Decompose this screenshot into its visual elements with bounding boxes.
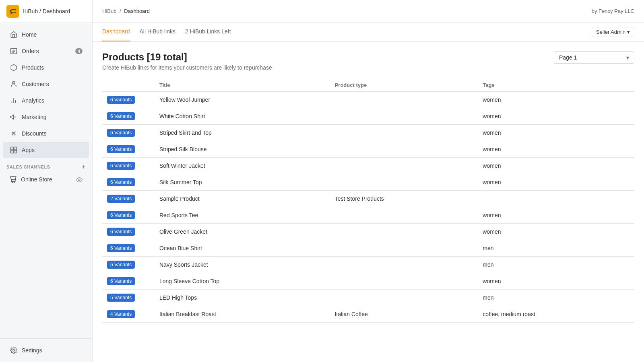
variant-badge[interactable]: 6 Variants <box>107 244 135 252</box>
breadcrumb-current: Dashboard <box>124 8 150 14</box>
product-tags-cell: women <box>478 125 634 141</box>
product-tags-cell: women <box>478 224 634 240</box>
table-row[interactable]: 6 VariantsOlive Green Jacketwomen <box>102 224 634 240</box>
product-title-cell: Red Sports Tee <box>155 207 330 224</box>
svg-point-9 <box>12 132 13 133</box>
sidebar-header: 🏷 HiBub / Dashboard <box>0 0 92 23</box>
home-icon <box>10 31 18 39</box>
sidebar-item-customers-label: Customers <box>22 81 49 87</box>
table-row[interactable]: 6 VariantsSilk Summer Topwomen <box>102 174 634 191</box>
table-row[interactable]: 6 VariantsYellow Wool Jumperwomen <box>102 92 634 108</box>
table-row[interactable]: 6 VariantsRed Sports Teewomen <box>102 207 634 224</box>
product-type-cell: Italian Coffee <box>330 306 478 323</box>
variant-badge-cell: 4 Variants <box>102 306 155 323</box>
table-row[interactable]: 6 VariantsStriped Silk Blousewomen <box>102 141 634 158</box>
product-type-cell <box>330 207 478 224</box>
svg-marker-8 <box>11 115 14 119</box>
product-tags-cell: men <box>478 257 634 273</box>
table-row[interactable]: 6 VariantsStriped Skirt and Topwomen <box>102 125 634 141</box>
product-title-cell: Italian Breakfast Roast <box>155 306 330 323</box>
product-title-cell: Yellow Wool Jumper <box>155 92 330 108</box>
marketing-icon <box>10 113 18 121</box>
variant-badge[interactable]: 6 Variants <box>107 277 135 285</box>
product-title-cell: Silk Summer Top <box>155 174 330 191</box>
product-type-cell <box>330 108 478 125</box>
variant-badge-cell: 6 Variants <box>102 92 155 108</box>
page-select-dropdown[interactable]: Page 1 ▾ <box>554 51 634 64</box>
discounts-icon <box>10 130 18 138</box>
online-store-icon <box>10 176 17 183</box>
product-title-cell: Long Sleeve Cotton Top <box>155 273 330 290</box>
variant-badge-cell: 6 Variants <box>102 240 155 257</box>
variant-badge[interactable]: 6 Variants <box>107 178 135 186</box>
svg-point-16 <box>12 182 13 183</box>
variant-badge[interactable]: 6 Variants <box>107 261 135 269</box>
content-header-left: Products [19 total] Create HiBub links f… <box>102 51 272 71</box>
sidebar-item-marketing[interactable]: Marketing <box>3 109 89 125</box>
table-row[interactable]: 6 VariantsOcean Blue Shirtmen <box>102 240 634 257</box>
table-row[interactable]: 6 VariantsLong Sleeve Cotton Topwomen <box>102 273 634 290</box>
variant-badge-cell: 6 Variants <box>102 108 155 125</box>
top-bar-breadcrumb: HiBub / Dashboard <box>102 8 150 14</box>
variant-badge[interactable]: 6 Variants <box>107 145 135 153</box>
breadcrumb-parent[interactable]: HiBub <box>102 8 116 14</box>
variant-badge[interactable]: 6 Variants <box>107 96 135 104</box>
table-header: Title Product type Tags <box>102 79 634 92</box>
sidebar-item-discounts-label: Discounts <box>22 130 46 137</box>
table-row[interactable]: 5 VariantsLED High Topsmen <box>102 290 634 306</box>
product-tags-cell: women <box>478 174 634 191</box>
variant-badge-cell: 6 Variants <box>102 224 155 240</box>
add-sales-channel-icon[interactable]: + <box>82 163 86 171</box>
product-tags-cell: men <box>478 290 634 306</box>
sidebar-item-apps[interactable]: Apps <box>3 142 89 158</box>
table-row[interactable]: 4 VariantsItalian Breakfast RoastItalian… <box>102 306 634 323</box>
sub-nav: Dashboard All HiBub links 2 HiBub Links … <box>93 23 644 42</box>
sidebar-item-customers[interactable]: Customers <box>3 76 89 92</box>
subnav-all-hibub-links[interactable]: All HiBub links <box>140 23 175 41</box>
sidebar-item-products[interactable]: Products <box>3 60 89 76</box>
table-row[interactable]: 6 VariantsWhite Cotton Shirtwomen <box>102 108 634 125</box>
variant-badge[interactable]: 6 Variants <box>107 129 135 137</box>
customers-icon <box>10 80 18 88</box>
product-type-cell <box>330 257 478 273</box>
variant-badge[interactable]: 6 Variants <box>107 162 135 170</box>
sidebar: 🏷 HiBub / Dashboard Home Orders 4 Produc… <box>0 0 93 362</box>
product-type-cell <box>330 158 478 174</box>
table-row[interactable]: 6 VariantsSoft Winter Jacketwomen <box>102 158 634 174</box>
sidebar-item-home[interactable]: Home <box>3 27 89 43</box>
sidebar-item-online-store[interactable]: Online Store <box>3 173 89 186</box>
sub-nav-right: Seller Admin ▾ <box>592 27 634 37</box>
variant-badge[interactable]: 6 Variants <box>107 112 135 120</box>
analytics-icon <box>10 97 18 105</box>
sidebar-item-orders[interactable]: Orders 4 <box>3 43 89 59</box>
table-row[interactable]: 2 VariantsSample ProductTest Store Produ… <box>102 191 634 207</box>
variant-badge[interactable]: 6 Variants <box>107 228 135 236</box>
sidebar-item-settings[interactable]: Settings <box>3 342 89 358</box>
content-area: Products [19 total] Create HiBub links f… <box>93 42 644 362</box>
col-product-type: Product type <box>330 79 478 92</box>
orders-icon <box>10 47 18 55</box>
online-store-eye-icon[interactable] <box>76 176 83 183</box>
sidebar-item-analytics[interactable]: Analytics <box>3 93 89 109</box>
svg-point-17 <box>14 182 15 183</box>
variant-badge[interactable]: 4 Variants <box>107 310 135 318</box>
subnav-hibub-links-left[interactable]: 2 HiBub Links Left <box>185 23 231 41</box>
col-tags: Tags <box>478 79 634 92</box>
sidebar-item-products-label: Products <box>22 64 44 71</box>
variant-badge[interactable]: 5 Variants <box>107 294 135 302</box>
sidebar-item-discounts[interactable]: Discounts <box>3 125 89 142</box>
svg-rect-12 <box>11 147 14 150</box>
variant-badge-cell: 6 Variants <box>102 207 155 224</box>
product-title-cell: Soft Winter Jacket <box>155 158 330 174</box>
table-row[interactable]: 6 VariantsNavy Sports Jacketmen <box>102 257 634 273</box>
variant-badge[interactable]: 2 Variants <box>107 195 135 203</box>
svg-rect-15 <box>14 150 17 153</box>
variant-badge-cell: 2 Variants <box>102 191 155 207</box>
seller-admin-button[interactable]: Seller Admin ▾ <box>592 27 634 37</box>
variant-badge[interactable]: 6 Variants <box>107 211 135 219</box>
col-title: Title <box>155 79 330 92</box>
sidebar-footer: Settings <box>0 338 92 362</box>
subnav-dashboard[interactable]: Dashboard <box>102 23 130 41</box>
products-table: Title Product type Tags 6 VariantsYellow… <box>102 79 634 323</box>
variant-badge-cell: 6 Variants <box>102 273 155 290</box>
